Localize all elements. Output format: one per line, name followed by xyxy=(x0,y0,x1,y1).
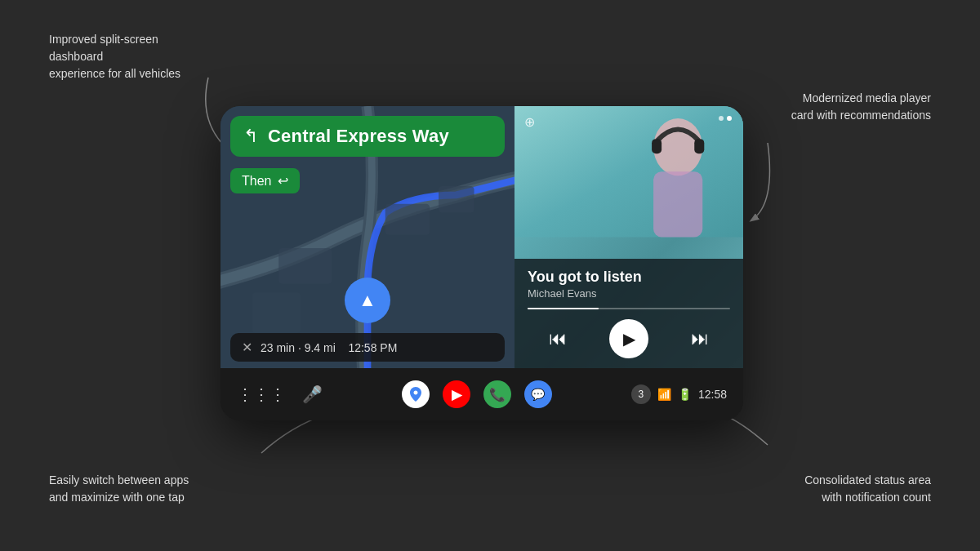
annotation-top-right: Modernized media player card with recomm… xyxy=(791,90,931,124)
annotation-top-left: Improved split-screen dashboard experien… xyxy=(49,31,212,82)
nav-eta-text: 23 min · 9.4 mi 12:58 PM xyxy=(261,341,397,354)
svg-rect-8 xyxy=(252,293,301,333)
nav-then-indicator: Then ↩ xyxy=(230,168,300,193)
notification-badge[interactable]: 3 xyxy=(631,384,651,404)
taskbar: ⋮⋮⋮ 🎤 ▶ 📞 💬 3 📶 xyxy=(220,368,743,420)
artist-name: Michael Evans xyxy=(528,287,730,300)
notification-count: 3 xyxy=(639,389,644,400)
annotation-bottom-right-line1: Consolidated status area xyxy=(804,473,931,487)
svg-rect-6 xyxy=(385,204,430,235)
annotation-bottom-left: Easily switch between apps and maximize … xyxy=(49,472,189,506)
nav-close-icon[interactable]: ✕ xyxy=(242,340,252,355)
eta-time: 12:58 PM xyxy=(348,341,397,354)
play-button[interactable]: ▶ xyxy=(609,319,648,358)
status-time: 12:58 xyxy=(698,388,727,401)
annotation-bottom-left-line2: and maximize with one tap xyxy=(49,491,185,504)
annotation-top-right-line2: card with recommendations xyxy=(791,109,931,122)
eta-distance: 23 min · 9.4 mi xyxy=(261,341,336,354)
taskbar-right: 3 📶 🔋 12:58 xyxy=(631,384,727,404)
annotation-top-right-line1: Modernized media player xyxy=(803,91,931,104)
annotation-bottom-right: Consolidated status area with notificati… xyxy=(804,472,931,506)
app-icon-phone[interactable]: 📞 xyxy=(483,380,511,408)
battery-icon: 🔋 xyxy=(678,388,692,401)
taskbar-apps: ▶ 📞 💬 xyxy=(402,380,552,408)
apps-grid-icon[interactable]: ⋮⋮⋮ xyxy=(237,384,286,404)
skip-previous-button[interactable]: ⏮ xyxy=(549,328,567,349)
song-title: You got to listen xyxy=(528,269,730,286)
nav-position-indicator xyxy=(345,278,390,323)
annotation-bottom-left-line1: Easily switch between apps xyxy=(49,473,189,487)
then-turn-icon: ↩ xyxy=(278,173,288,189)
skip-next-button[interactable]: ⏭ xyxy=(691,328,709,349)
svg-rect-11 xyxy=(653,171,702,237)
media-progress-fill xyxy=(528,308,599,309)
media-page-dots xyxy=(719,116,732,121)
media-cast-icon[interactable]: ⊕ xyxy=(524,114,535,130)
nav-eta-bar: ✕ 23 min · 9.4 mi 12:58 PM xyxy=(230,333,505,362)
annotation-bottom-right-line2: with notification count xyxy=(822,491,931,504)
app-icon-maps[interactable] xyxy=(402,380,430,408)
svg-rect-13 xyxy=(694,139,704,153)
microphone-icon[interactable]: 🎤 xyxy=(302,384,323,404)
svg-rect-9 xyxy=(514,106,743,238)
navigation-panel: ↰ Central Express Way Then ↩ ✕ 23 min · … xyxy=(220,106,514,368)
svg-rect-5 xyxy=(278,248,332,284)
nav-direction-header: ↰ Central Express Way xyxy=(230,116,505,157)
annotation-top-left-line2: experience for all vehicles xyxy=(49,67,180,80)
media-dot-2 xyxy=(727,116,732,121)
app-icon-youtube-music[interactable]: ▶ xyxy=(443,380,470,408)
svg-rect-12 xyxy=(652,139,662,153)
media-dot-1 xyxy=(719,116,724,121)
media-info-section: You got to listen Michael Evans ⏮ ▶ ⏭ xyxy=(514,259,743,368)
album-art-figure xyxy=(514,106,743,238)
signal-bars-icon: 📶 xyxy=(657,388,671,401)
device-screen: ↰ Central Express Way Then ↩ ✕ 23 min · … xyxy=(220,106,743,420)
nav-street-name: Central Express Way xyxy=(268,126,449,147)
media-progress-bar[interactable] xyxy=(528,308,730,309)
svg-rect-7 xyxy=(439,186,474,213)
annotation-top-left-line1: Improved split-screen dashboard xyxy=(49,33,158,63)
media-panel: ⊕ You got to listen Michael Evans ⏮ ▶ xyxy=(514,106,743,368)
taskbar-left: ⋮⋮⋮ 🎤 xyxy=(237,384,323,404)
app-icon-messages[interactable]: 💬 xyxy=(524,380,552,408)
media-controls: ⏮ ▶ ⏭ xyxy=(528,319,730,358)
then-label: Then xyxy=(242,174,271,189)
turn-arrow-icon: ↰ xyxy=(243,126,258,147)
